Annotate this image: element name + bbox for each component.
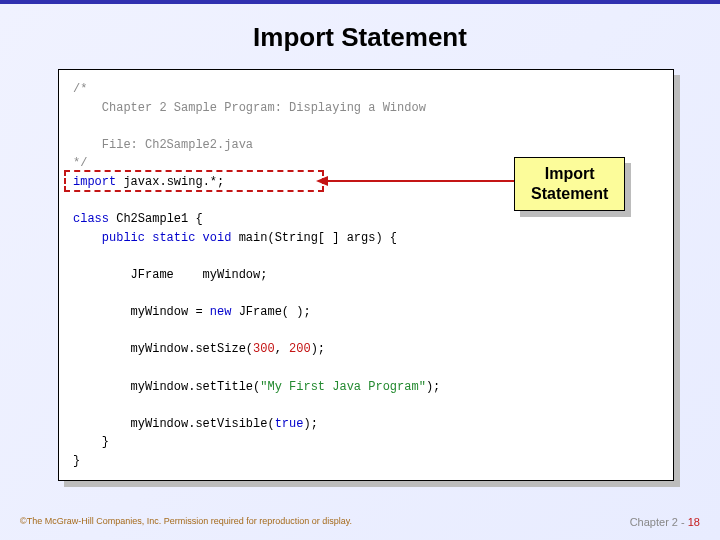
slide-title: Import Statement	[0, 22, 720, 53]
code-line-new-a: myWindow =	[73, 305, 210, 319]
callout-box: Import Statement	[514, 157, 625, 211]
page-number: Chapter 2 - 18	[630, 516, 700, 528]
code-line-new-c: JFrame( );	[231, 305, 310, 319]
code-line-new-kw: new	[210, 305, 232, 319]
footer: ©The McGraw-Hill Companies, Inc. Permiss…	[20, 516, 700, 528]
code-num-300: 300	[253, 342, 275, 356]
code-line-jframe: JFrame myWindow;	[73, 268, 267, 282]
code-line-setsize-e: );	[311, 342, 325, 356]
code-box: /* Chapter 2 Sample Program: Displaying …	[58, 69, 674, 481]
code-line-setsize-a: myWindow.setSize(	[73, 342, 253, 356]
code-close-outer: }	[73, 454, 80, 468]
chapter-label: Chapter 2	[630, 516, 678, 528]
code-line-settitle-a: myWindow.setTitle(	[73, 380, 260, 394]
arrow-head-icon	[316, 176, 328, 186]
code-import-keyword: import	[73, 175, 116, 189]
code-psv-rest: main(String[ ] args) {	[231, 231, 397, 245]
code-class-keyword: class	[73, 212, 109, 226]
code-line-settitle-c: );	[426, 380, 440, 394]
code-comment-line2: File: Ch2Sample2.java	[73, 138, 253, 152]
code-line-setsize-c: ,	[275, 342, 289, 356]
code-line-setvisible-a: myWindow.setVisible(	[73, 417, 275, 431]
code-bool-true: true	[275, 417, 304, 431]
code-box-container: /* Chapter 2 Sample Program: Displaying …	[58, 69, 674, 481]
page-sep: -	[678, 516, 688, 528]
copyright-text: ©The McGraw-Hill Companies, Inc. Permiss…	[20, 516, 352, 526]
code-comment-close: */	[73, 156, 87, 170]
callout-line2: Statement	[531, 184, 608, 204]
code-close-inner: }	[73, 435, 109, 449]
callout-line1: Import	[531, 164, 608, 184]
page-num: 18	[688, 516, 700, 528]
code-psv-keyword: public static void	[73, 231, 231, 245]
code-class-rest: Ch2Sample1 {	[109, 212, 203, 226]
code-import-rest: javax.swing.*;	[116, 175, 224, 189]
code-str-title: "My First Java Program"	[260, 380, 426, 394]
arrow-line	[326, 180, 516, 182]
code-num-200: 200	[289, 342, 311, 356]
code-comment-line1: Chapter 2 Sample Program: Displaying a W…	[73, 101, 426, 115]
code-line-setvisible-c: );	[303, 417, 317, 431]
callout-container: Import Statement	[514, 157, 625, 211]
code-comment-open: /*	[73, 82, 87, 96]
